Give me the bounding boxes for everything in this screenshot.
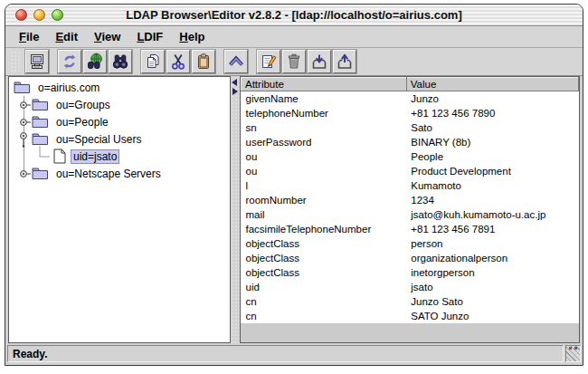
collapse-right-icon[interactable] (232, 88, 238, 95)
menu-help[interactable]: Help (171, 28, 213, 45)
menu-view[interactable]: View (86, 28, 128, 45)
status-message: Ready. (7, 345, 564, 362)
expand-toggle-icon[interactable] (15, 100, 32, 110)
value-cell: person (406, 236, 578, 251)
value-cell: +81 123 456 7891 (406, 222, 578, 236)
refresh-button[interactable] (58, 50, 81, 73)
expand-toggle-icon[interactable] (15, 117, 32, 128)
value-cell: Product Development (406, 164, 578, 178)
value-cell: organizationalperson (406, 251, 578, 265)
attr-cell: sn (242, 120, 407, 135)
split-divider[interactable] (231, 76, 240, 343)
table-row[interactable]: cnSATO Junzo (242, 309, 579, 323)
search-directory-button[interactable] (83, 50, 107, 73)
collapse-toggle-icon[interactable] (15, 130, 32, 148)
refresh-icon (61, 53, 79, 71)
collapse-left-icon[interactable] (232, 79, 237, 86)
search-button[interactable] (109, 50, 132, 73)
minimize-button[interactable] (33, 9, 45, 21)
table-row[interactable]: userPasswordBINARY (8b) (242, 135, 579, 149)
table-row[interactable]: objectClassperson (242, 236, 579, 251)
tree-item-label: ou=Special Users (53, 132, 144, 147)
table-row[interactable]: givenNameJunzo (242, 91, 579, 106)
table-row[interactable]: objectClassorganizationalperson (242, 251, 579, 265)
title-bar[interactable]: LDAP Browser\Editor v2.8.2 - [ldap://loc… (5, 5, 583, 26)
binoculars-icon (111, 53, 129, 71)
menu-edit[interactable]: Edit (47, 28, 86, 45)
grip-red-dot (569, 347, 572, 350)
edit-entry-button[interactable] (257, 50, 280, 73)
directory-tree-panel: o=airius.com ou=Groups (8, 76, 231, 343)
column-header-value[interactable]: Value (406, 78, 578, 91)
attr-cell: facsimileTelephoneNumber (242, 222, 407, 236)
tree-branch-connector (34, 146, 51, 167)
table-row[interactable]: cnJunzo Sato (242, 294, 579, 309)
folder-icon (32, 115, 49, 129)
attr-cell: givenName (242, 91, 407, 106)
value-cell: Sato (406, 120, 578, 135)
tree-item-root[interactable]: o=airius.com (9, 79, 230, 96)
attr-cell: uid (242, 280, 407, 294)
grip-blue-dot (574, 347, 577, 350)
value-cell: BINARY (8b) (406, 135, 578, 149)
connect-button[interactable] (25, 50, 49, 73)
value-cell: Junzo (406, 91, 578, 106)
app-window: LDAP Browser\Editor v2.8.2 - [ldap://loc… (5, 4, 583, 366)
paste-button[interactable] (192, 50, 215, 73)
expand-toggle-icon[interactable] (15, 168, 32, 179)
value-cell: 1234 (406, 193, 578, 207)
import-ldif-button[interactable] (308, 50, 331, 73)
table-row[interactable]: facsimileTelephoneNumber+81 123 456 7891 (242, 222, 579, 236)
tree-item-label: uid=jsato (71, 149, 119, 164)
table-row[interactable]: mailjsato@kuh.kumamoto-u.ac.jp (242, 207, 579, 222)
tree-item-netscape-servers[interactable]: ou=Netscape Servers (9, 165, 230, 182)
menu-ldif[interactable]: LDIF (128, 28, 171, 45)
attr-cell: objectClass (242, 251, 407, 265)
window-title: LDAP Browser\Editor v2.8.2 - [ldap://loc… (126, 8, 461, 22)
table-row[interactable]: ouProduct Development (242, 164, 579, 178)
attributes-panel: Attribute Value givenNameJunzo telephone… (240, 76, 580, 343)
attr-cell: telephoneNumber (242, 106, 407, 120)
tree-item-label: o=airius.com (35, 81, 102, 95)
table-row[interactable]: telephoneNumber+81 123 456 7890 (242, 106, 579, 120)
attr-cell: objectClass (242, 265, 407, 280)
export-ldif-button[interactable] (333, 50, 356, 73)
value-cell: SATO Junzo (406, 309, 578, 323)
cut-button[interactable] (166, 50, 190, 73)
value-cell: inetorgperson (406, 265, 578, 280)
tree-item-people[interactable]: ou=People (9, 113, 230, 130)
delete-entry-button[interactable] (282, 50, 306, 73)
up-one-level-button[interactable] (224, 50, 248, 73)
toolbar (5, 48, 583, 76)
table-row[interactable]: roomNumber1234 (242, 193, 579, 207)
close-button[interactable] (15, 9, 27, 21)
table-row[interactable]: ouPeople (242, 149, 579, 164)
toolbar-drag-handle[interactable] (10, 51, 21, 72)
attr-cell: ou (242, 164, 407, 178)
tree-item-jsato[interactable]: uid=jsato (9, 148, 230, 165)
copy-icon (144, 53, 162, 71)
value-cell: +81 123 456 7890 (406, 106, 578, 120)
table-row[interactable]: snSato (242, 120, 579, 135)
folder-icon (32, 98, 49, 111)
binoculars-globe-icon (86, 53, 104, 71)
main-area: o=airius.com ou=Groups (5, 76, 583, 343)
document-icon (53, 149, 66, 164)
value-cell: People (406, 149, 578, 164)
folder-icon (32, 167, 49, 180)
menu-file[interactable]: File (11, 28, 47, 45)
attr-cell: objectClass (242, 236, 407, 251)
attributes-table: Attribute Value givenNameJunzo telephone… (241, 77, 579, 323)
attr-cell: userPassword (242, 135, 407, 149)
zoom-button[interactable] (52, 9, 63, 21)
tree-item-groups[interactable]: ou=Groups (9, 96, 230, 113)
menu-bar: File Edit View LDIF Help (5, 26, 583, 48)
table-row[interactable]: objectClassinetorgperson (242, 265, 579, 280)
attr-cell: roomNumber (242, 193, 407, 207)
column-header-attribute[interactable]: Attribute (242, 78, 407, 91)
resize-grip[interactable] (565, 345, 581, 362)
table-row[interactable]: uidjsato (242, 280, 579, 294)
value-cell: Kumamoto (406, 178, 578, 193)
table-row[interactable]: lKumamoto (242, 178, 579, 193)
copy-button[interactable] (141, 50, 165, 73)
